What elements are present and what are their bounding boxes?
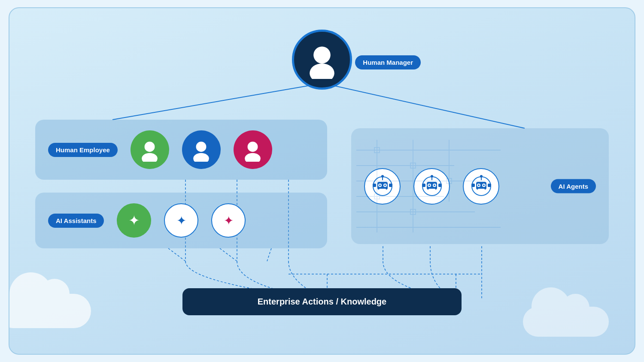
enterprise-actions-box: Enterprise Actions / Knowledge (182, 288, 462, 315)
enterprise-text: Enterprise Actions / Knowledge (258, 297, 386, 306)
ai-agents-badge: AI Agents (551, 179, 596, 193)
human-employee-box: Human Employee (35, 120, 327, 180)
assistant-sparkle-2: ✦ (211, 203, 246, 238)
svg-point-19 (194, 153, 210, 161)
svg-rect-45 (373, 184, 376, 187)
assistant-sparkle-green: ✦ (117, 203, 151, 238)
svg-point-63 (483, 184, 485, 186)
svg-rect-68 (488, 184, 491, 187)
employee-avatar-blue (182, 130, 221, 169)
svg-point-14 (313, 46, 331, 63)
svg-point-41 (384, 184, 386, 186)
employee-avatar-green (131, 130, 169, 169)
human-manager-text: Human Manager (363, 59, 413, 66)
human-manager-area: Human Manager (292, 30, 352, 90)
svg-line-0 (112, 83, 323, 120)
svg-rect-31 (374, 148, 380, 153)
svg-point-15 (310, 63, 334, 79)
svg-rect-42 (379, 189, 386, 190)
cloud-right-decoration (523, 307, 609, 337)
svg-rect-64 (478, 189, 485, 190)
svg-point-52 (434, 184, 435, 186)
svg-line-7 (267, 248, 271, 261)
ai-agents-label-wrapper: AI Agents (551, 179, 596, 193)
svg-point-16 (145, 142, 155, 152)
svg-line-6 (220, 248, 237, 261)
svg-line-5 (168, 248, 185, 261)
svg-line-1 (323, 83, 525, 128)
diagram-container: Human Manager Human Employee (9, 7, 635, 355)
human-employee-badge: Human Employee (48, 143, 118, 157)
agent-robot-1 (364, 168, 401, 205)
svg-rect-53 (428, 189, 435, 190)
ai-agents-box: AI Agents (351, 128, 609, 244)
svg-point-18 (196, 142, 207, 152)
svg-point-51 (428, 184, 430, 186)
svg-point-17 (142, 153, 158, 161)
svg-rect-67 (471, 184, 475, 187)
ai-assistants-box: AI Assistants ✦ ✦ ✦ (35, 193, 327, 248)
cloud-left-decoration (9, 294, 91, 328)
svg-rect-35 (410, 209, 416, 214)
svg-point-21 (245, 153, 261, 161)
agent-robot-3 (463, 168, 499, 205)
agent-robot-2 (413, 168, 450, 205)
svg-rect-32 (410, 163, 416, 168)
ai-assistants-text: AI Assistants (56, 217, 96, 224)
ai-assistants-badge: AI Assistants (48, 214, 104, 228)
svg-point-20 (248, 142, 258, 152)
employee-avatar-rose (234, 130, 272, 169)
svg-point-66 (480, 175, 483, 178)
svg-point-40 (379, 184, 381, 186)
svg-point-44 (381, 175, 384, 178)
svg-rect-46 (389, 184, 392, 187)
human-manager-badge: Human Manager (355, 55, 421, 69)
manager-label-badge: Human Manager (355, 55, 421, 69)
human-employee-text: Human Employee (56, 146, 110, 154)
svg-point-55 (431, 175, 433, 178)
svg-rect-56 (422, 184, 425, 187)
svg-rect-57 (438, 184, 442, 187)
svg-point-62 (478, 184, 480, 186)
assistant-sparkle-1: ✦ (164, 203, 198, 238)
manager-avatar (292, 30, 352, 90)
ai-agents-text: AI Agents (559, 183, 588, 190)
